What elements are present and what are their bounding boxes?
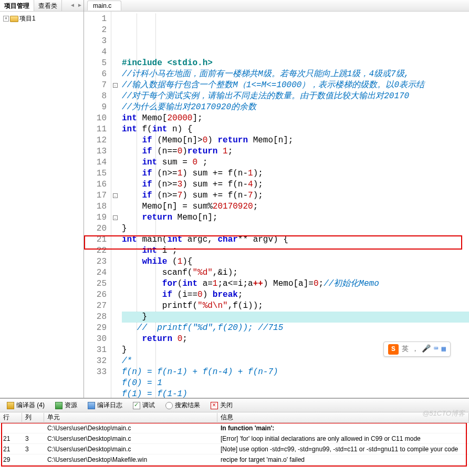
tree-root-label: 项目1	[19, 14, 36, 23]
col-col[interactable]: 列	[22, 413, 44, 422]
grid-icon[interactable]: ▦	[441, 344, 445, 355]
fold-toggle[interactable]: -	[113, 215, 118, 220]
tab-search-label: 搜索结果	[175, 401, 200, 410]
keyboard-icon[interactable]: ⌨	[434, 344, 438, 355]
tree-root-row[interactable]: + 项目1	[3, 14, 80, 23]
tab-log-label: 编译日志	[97, 401, 122, 410]
resources-icon	[55, 402, 62, 409]
tab-close-label: 关闭	[220, 401, 233, 410]
bottom-panel: 编译器 (4) 资源 编译日志 调试 搜索结果 关闭 行 列 单元 信息 C:\…	[0, 398, 469, 476]
tab-project-mgmt[interactable]: 项目管理	[0, 0, 34, 11]
col-line[interactable]: 行	[0, 413, 22, 422]
file-tab-bar: main.c	[84, 0, 469, 12]
code-editor[interactable]: 1234567891011121314151617181920212223242…	[84, 12, 469, 398]
tab-debug-label: 调试	[142, 401, 155, 410]
tab-compiler[interactable]: 编译器 (4)	[2, 399, 49, 411]
tab-close[interactable]: 关闭	[206, 399, 237, 411]
compiler-grid-body[interactable]: C:\Users\user\Desktop\main.cIn function …	[0, 423, 469, 476]
fold-toggle[interactable]: -	[113, 83, 118, 88]
tab-search-results[interactable]: 搜索结果	[161, 399, 205, 411]
sidebar-tab-next[interactable]: ►	[76, 0, 84, 11]
ime-logo-icon: S	[388, 344, 399, 355]
line-gutter: 1234567891011121314151617181920212223242…	[84, 12, 111, 398]
file-tab-main-c[interactable]: main.c	[87, 1, 121, 11]
col-info[interactable]: 信息	[217, 413, 469, 422]
mic-icon[interactable]: 🎤	[422, 344, 431, 355]
tab-view-classes[interactable]: 查看类	[34, 0, 62, 11]
compiler-row[interactable]: 29C:\Users\user\Desktop\Makefile.winreci…	[0, 454, 469, 465]
project-tree[interactable]: + 项目1	[0, 12, 84, 398]
compiler-row[interactable]: 213C:\Users\user\Desktop\main.c[Note] us…	[0, 444, 469, 454]
search-icon	[165, 402, 173, 409]
log-icon	[88, 402, 95, 409]
ime-punct[interactable]: ，	[412, 344, 419, 355]
compiler-row[interactable]: C:\Users\user\Desktop\main.cIn function …	[0, 423, 469, 433]
code-content[interactable]: #include <stdio.h>//计科小马在地面，面前有一楼梯共M级。若每…	[119, 12, 469, 398]
tab-compile-log[interactable]: 编译日志	[83, 399, 127, 411]
compiler-row[interactable]: 213C:\Users\user\Desktop\main.c[Error] '…	[0, 433, 469, 444]
tab-resources[interactable]: 资源	[50, 399, 82, 411]
debug-icon	[133, 402, 140, 409]
bottom-tab-bar: 编译器 (4) 资源 编译日志 调试 搜索结果 关闭	[0, 399, 469, 412]
col-unit[interactable]: 单元	[44, 413, 217, 422]
sidebar-tab-prev[interactable]: ◄	[69, 0, 76, 11]
folder-icon	[10, 15, 18, 22]
tab-resources-label: 资源	[65, 401, 77, 410]
tab-compiler-label: 编译器 (4)	[16, 401, 45, 410]
editor-area: main.c 123456789101112131415161718192021…	[84, 0, 469, 398]
ime-toolbar[interactable]: S 英 ， 🎤 ⌨ ▦	[383, 342, 451, 357]
compiler-icon	[7, 402, 14, 409]
fold-column: ---	[111, 12, 119, 398]
expand-icon[interactable]: +	[3, 16, 9, 22]
tab-debug[interactable]: 调试	[128, 399, 160, 411]
sidebar-tabs: 项目管理 查看类 ◄ ►	[0, 0, 84, 12]
project-sidebar: 项目管理 查看类 ◄ ► + 项目1	[0, 0, 84, 398]
compiler-grid-header: 行 列 单元 信息	[0, 412, 469, 423]
ime-lang[interactable]: 英	[402, 344, 409, 355]
close-icon	[211, 402, 218, 409]
fold-toggle[interactable]: -	[113, 193, 118, 198]
